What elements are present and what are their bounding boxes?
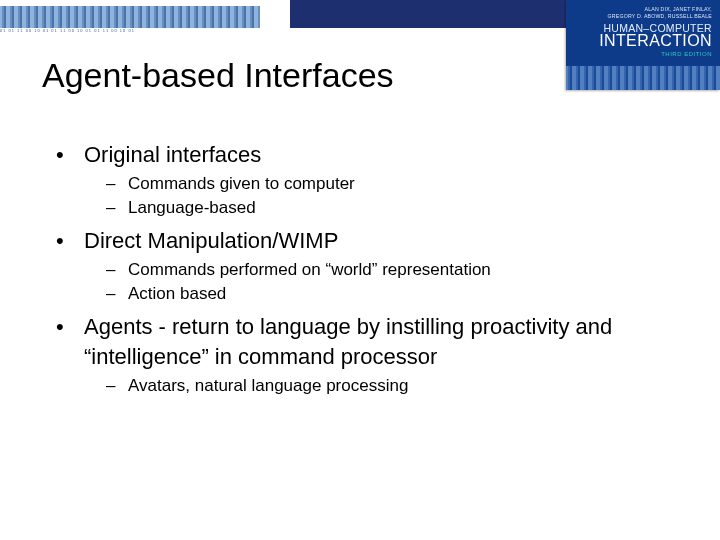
book-edition: THIRD EDITION <box>574 51 712 57</box>
book-authors-line2: GREGORY D. ABOWD, RUSSELL BEALE <box>574 13 712 20</box>
header-pattern <box>0 6 260 28</box>
slide-title: Agent-based Interfaces <box>42 56 394 95</box>
sub-bullet-item: Commands performed on “world” representa… <box>106 258 666 282</box>
header-binary-text: 01 01 11 00 10 01 01 11 00 10 01 01 11 0… <box>0 28 260 32</box>
slide-content: Original interfaces Commands given to co… <box>56 140 666 404</box>
bullet-item: Direct Manipulation/WIMP Commands perfor… <box>56 226 666 306</box>
book-authors-line1: ALAN DIX, JANET FINLAY, <box>574 6 712 13</box>
bullet-text: Direct Manipulation/WIMP <box>84 228 338 253</box>
bullet-item: Agents - return to language by instillin… <box>56 312 666 398</box>
sub-bullet-item: Avatars, natural language processing <box>106 374 666 398</box>
sub-bullet-item: Commands given to computer <box>106 172 666 196</box>
bullet-item: Original interfaces Commands given to co… <box>56 140 666 220</box>
sub-bullet-item: Action based <box>106 282 666 306</box>
slide: 01 01 11 00 10 01 01 11 00 10 01 01 11 0… <box>0 0 720 540</box>
book-cover: ALAN DIX, JANET FINLAY, GREGORY D. ABOWD… <box>566 0 720 90</box>
bullet-text: Original interfaces <box>84 142 261 167</box>
bullet-text: Agents - return to language by instillin… <box>84 314 612 369</box>
sub-bullet-item: Language-based <box>106 196 666 220</box>
book-cover-pattern <box>566 66 720 90</box>
book-title-line2: INTERACTION <box>574 32 712 50</box>
